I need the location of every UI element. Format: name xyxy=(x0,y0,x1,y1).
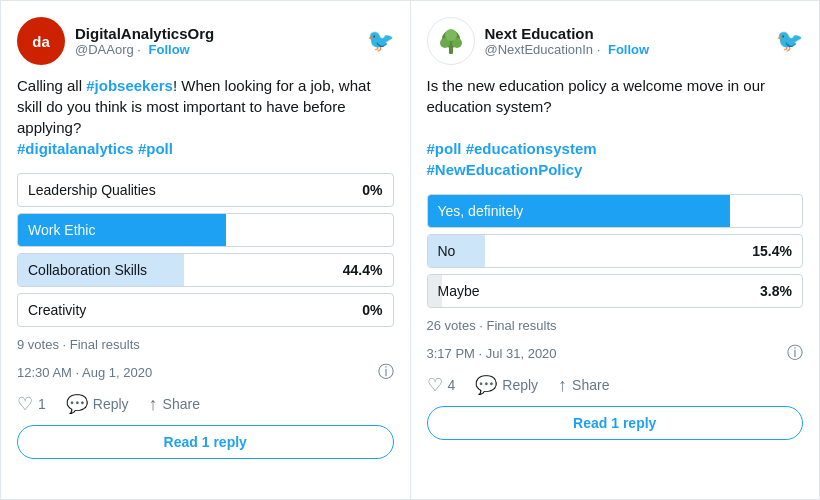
reply-label-1: Reply xyxy=(93,396,129,412)
poll-label-1-3: Creativity xyxy=(18,302,352,318)
poll-label-1-2: Collaboration Skills xyxy=(18,262,333,278)
share-action-2[interactable]: ↑ Share xyxy=(558,375,609,396)
tweet-actions-1: ♡ 1 💬 Reply ↑ Share xyxy=(17,393,394,415)
hashtag-educationsystem[interactable]: #educationsystem xyxy=(466,140,597,157)
tweet-card-1: da DigitalAnalyticsOrg @DAAorg · Follow … xyxy=(0,0,411,500)
poll-pct-1-3: 0% xyxy=(352,302,392,318)
info-icon-2[interactable]: ⓘ xyxy=(787,343,803,364)
poll-pct-1-2: 44.4% xyxy=(333,262,393,278)
poll-option-2-2[interactable]: Maybe 3.8% xyxy=(427,274,804,308)
share-icon-1: ↑ xyxy=(149,394,158,415)
poll-pct-2-2: 3.8% xyxy=(750,283,802,299)
poll-option-1-0[interactable]: Leadership Qualities 0% xyxy=(17,173,394,207)
avatar-2 xyxy=(427,17,475,65)
heart-icon-1: ♡ xyxy=(17,393,33,415)
share-icon-2: ↑ xyxy=(558,375,567,396)
tweet-time-1: 12:30 AM · Aug 1, 2020 ⓘ xyxy=(17,362,394,383)
tweet-body-2: Is the new education policy a welcome mo… xyxy=(427,75,804,180)
poll-pct-2-1: 15.4% xyxy=(742,243,802,259)
poll-option-1-1[interactable]: Work Ethic 55.6% xyxy=(17,213,394,247)
account-name-1: DigitalAnalyticsOrg xyxy=(75,25,214,42)
poll-option-2-1[interactable]: No 15.4% xyxy=(427,234,804,268)
poll-label-2-0: Yes, definitely xyxy=(428,203,743,219)
reply-action-1[interactable]: 💬 Reply xyxy=(66,393,129,415)
account-info-2: Next Education @NextEducationIn · Follow xyxy=(485,25,650,57)
poll-pct-1-1: 55.6% xyxy=(333,222,393,238)
share-label-2: Share xyxy=(572,377,609,393)
poll-label-2-2: Maybe xyxy=(428,283,751,299)
poll-option-2-0[interactable]: Yes, definitely 80.8% xyxy=(427,194,804,228)
poll-1: Leadership Qualities 0% Work Ethic 55.6%… xyxy=(17,173,394,327)
account-handle-1: @DAAorg · Follow xyxy=(75,42,214,57)
poll-option-1-3[interactable]: Creativity 0% xyxy=(17,293,394,327)
twitter-icon-2: 🐦 xyxy=(776,28,803,54)
heart-icon-2: ♡ xyxy=(427,374,443,396)
reply-icon-1: 💬 xyxy=(66,393,88,415)
read-reply-button-1[interactable]: Read 1 reply xyxy=(17,425,394,459)
reply-label-2: Reply xyxy=(502,377,538,393)
poll-pct-1-0: 0% xyxy=(352,182,392,198)
like-action-1[interactable]: ♡ 1 xyxy=(17,393,46,415)
tweet-actions-2: ♡ 4 💬 Reply ↑ Share xyxy=(427,374,804,396)
account-info-1: DigitalAnalyticsOrg @DAAorg · Follow xyxy=(75,25,214,57)
poll-2: Yes, definitely 80.8% No 15.4% Maybe 3.8… xyxy=(427,194,804,308)
reply-icon-2: 💬 xyxy=(475,374,497,396)
like-count-2: 4 xyxy=(448,377,456,393)
read-reply-button-2[interactable]: Read 1 reply xyxy=(427,406,804,440)
like-count-1: 1 xyxy=(38,396,46,412)
tweet-header-left-2: Next Education @NextEducationIn · Follow xyxy=(427,17,650,65)
info-icon-1[interactable]: ⓘ xyxy=(378,362,394,383)
like-action-2[interactable]: ♡ 4 xyxy=(427,374,456,396)
hashtag-poll-2[interactable]: #poll xyxy=(427,140,462,157)
account-name-2: Next Education xyxy=(485,25,650,42)
hashtag-poll-1[interactable]: #poll xyxy=(138,140,173,157)
share-action-1[interactable]: ↑ Share xyxy=(149,394,200,415)
poll-label-1-1: Work Ethic xyxy=(18,222,333,238)
poll-pct-2-0: 80.8% xyxy=(742,203,802,219)
share-label-1: Share xyxy=(163,396,200,412)
tweet-time-2: 3:17 PM · Jul 31, 2020 ⓘ xyxy=(427,343,804,364)
svg-text:da: da xyxy=(32,33,50,50)
hashtag-jobseekers[interactable]: #jobseekers xyxy=(86,77,173,94)
hashtag-neweducationpolicy[interactable]: #NewEducationPolicy xyxy=(427,161,583,178)
tweet-body-1: Calling all #jobseekers! When looking fo… xyxy=(17,75,394,159)
tweet-header-1: da DigitalAnalyticsOrg @DAAorg · Follow … xyxy=(17,17,394,65)
avatar-1: da xyxy=(17,17,65,65)
account-handle-2: @NextEducationIn · Follow xyxy=(485,42,650,57)
poll-option-1-2[interactable]: Collaboration Skills 44.4% xyxy=(17,253,394,287)
twitter-icon-1: 🐦 xyxy=(367,28,394,54)
reply-action-2[interactable]: 💬 Reply xyxy=(475,374,538,396)
poll-label-1-0: Leadership Qualities xyxy=(18,182,352,198)
poll-meta-1: 9 votes · Final results xyxy=(17,337,394,352)
follow-button-2[interactable]: Follow xyxy=(608,42,649,57)
hashtag-digitalanalytics[interactable]: #digitalanalytics xyxy=(17,140,134,157)
tweet-header-left-1: da DigitalAnalyticsOrg @DAAorg · Follow xyxy=(17,17,214,65)
poll-meta-2: 26 votes · Final results xyxy=(427,318,804,333)
tweet-card-2: Next Education @NextEducationIn · Follow… xyxy=(411,0,821,500)
svg-point-7 xyxy=(445,29,457,41)
poll-label-2-1: No xyxy=(428,243,743,259)
tweet-header-2: Next Education @NextEducationIn · Follow… xyxy=(427,17,804,65)
follow-button-1[interactable]: Follow xyxy=(149,42,190,57)
